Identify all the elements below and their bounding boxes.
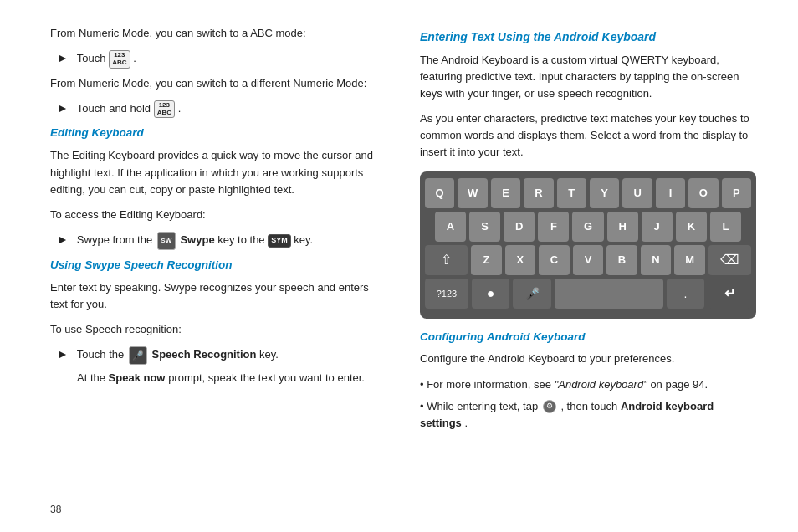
touch-hold-content: Touch and hold 123ABC . xyxy=(77,100,386,119)
key-p[interactable]: P xyxy=(722,178,751,208)
editing-keyboard-p1: The Editing Keyboard provides a quick wa… xyxy=(50,147,386,197)
speech-rec-content: Touch the 🎤 Speech Recognition key. xyxy=(77,346,386,365)
speak-now-bold: Speak now xyxy=(109,371,166,384)
abc-key: 123ABC xyxy=(109,50,130,69)
config-b1-prefix: For more information, see xyxy=(427,378,554,391)
touch-hold-label: Touch and hold xyxy=(77,102,151,115)
key-g[interactable]: G xyxy=(572,212,603,242)
key-enter[interactable]: ↵ xyxy=(708,279,751,309)
speak-now-row: At the Speak now prompt, speak the text … xyxy=(77,371,386,384)
configuring-heading: Configuring Android Keyboard xyxy=(420,329,756,346)
swype-icon: SW xyxy=(157,232,176,250)
key-r[interactable]: R xyxy=(524,178,553,208)
right-column: Entering Text Using the Android Keyboard… xyxy=(420,25,756,437)
key-t[interactable]: T xyxy=(557,178,586,208)
key-f[interactable]: F xyxy=(538,212,569,242)
key-l[interactable]: L xyxy=(710,212,741,242)
speech-rec-label: Speech Recognition xyxy=(151,349,256,361)
key-s[interactable]: S xyxy=(469,212,500,242)
key-a[interactable]: A xyxy=(435,212,466,242)
kb-row-2: A S D F G H J K L xyxy=(425,212,751,242)
key-h[interactable]: H xyxy=(607,212,638,242)
swype-speech-p2: To use Speech recognition: xyxy=(50,321,386,338)
config-b2-suffix: , then touch xyxy=(560,400,621,412)
mic-icon: 🎤 xyxy=(129,346,147,365)
key-w[interactable]: W xyxy=(458,178,487,208)
key-v[interactable]: V xyxy=(573,245,604,275)
arrow-icon-2: ► xyxy=(57,101,69,115)
abc-key-2: 123ABC xyxy=(154,100,175,119)
arrow-icon-4: ► xyxy=(57,347,69,361)
key-c[interactable]: C xyxy=(539,245,570,275)
key-shift[interactable]: ⇧ xyxy=(425,245,468,275)
touch-bullet-row: ► Touch 123ABC . xyxy=(57,50,386,69)
key-q[interactable]: Q xyxy=(425,178,454,208)
swype-suffix: key. xyxy=(294,233,313,246)
left-column: From Numeric Mode, you can switch to a A… xyxy=(50,25,386,437)
settings-circle-icon: ⚙ xyxy=(543,400,556,413)
swype-speech-p1: Enter text by speaking. Swype recognizes… xyxy=(50,279,386,313)
arrow-icon-3: ► xyxy=(57,233,69,246)
touch-hold-bullet-row: ► Touch and hold 123ABC . xyxy=(57,100,386,119)
swype-instruction: key to the xyxy=(217,233,268,246)
config-bullet-2: While entering text, tap ⚙ , then touch … xyxy=(420,398,756,432)
key-u[interactable]: U xyxy=(622,178,652,208)
swype-bullet-row: ► Swype from the SW Swype key to the SYM… xyxy=(57,232,386,250)
key-b[interactable]: B xyxy=(606,245,637,275)
key-d[interactable]: D xyxy=(504,212,535,242)
kb-row-1: Q W E R T Y U I O P xyxy=(425,178,751,208)
touch-bullet-content: Touch 123ABC . xyxy=(77,50,386,69)
config-b1-suffix: on page 94. xyxy=(650,378,708,391)
key-space[interactable] xyxy=(555,279,663,309)
key-n[interactable]: N xyxy=(641,245,672,275)
config-bullet-1: For more information, see "Android keybo… xyxy=(420,376,756,393)
editing-keyboard-heading: Editing Keyboard xyxy=(50,125,386,142)
touch-the: Touch the xyxy=(77,349,127,361)
entering-p1: The Android Keyboard is a custom virtual… xyxy=(420,52,756,102)
key-e[interactable]: E xyxy=(491,178,520,208)
config-b1-italic: "Android keyboard" xyxy=(555,378,647,391)
at-the: At the xyxy=(77,371,109,384)
key-y[interactable]: Y xyxy=(590,178,619,208)
swype-speech-heading: Using Swype Speech Recognition xyxy=(50,257,386,274)
key-mic[interactable]: 🎤 xyxy=(513,279,550,309)
key-sym-circle[interactable]: ● xyxy=(472,279,509,309)
android-keyboard: Q W E R T Y U I O P A S D F G H J K xyxy=(420,171,756,319)
sym-key: SYM xyxy=(268,234,291,248)
key-dot[interactable]: . xyxy=(667,279,704,309)
key-backspace[interactable]: ⌫ xyxy=(708,245,751,275)
key-num[interactable]: ?123 xyxy=(425,279,468,309)
arrow-icon: ► xyxy=(57,51,69,64)
swype-bold: Swype xyxy=(180,233,214,246)
editing-keyboard-p2: To access the Editing Keyboard: xyxy=(50,207,386,223)
key-j[interactable]: J xyxy=(642,212,673,242)
key-o[interactable]: O xyxy=(688,178,718,208)
speech-rec-suffix: key. xyxy=(259,349,279,361)
speak-now-instruction: prompt, speak the text you want to enter… xyxy=(168,371,365,384)
kb-row-3: ⇧ Z X C V B N M ⌫ xyxy=(425,245,751,275)
key-z[interactable]: Z xyxy=(471,245,502,275)
swype-prefix: Swype from the xyxy=(77,233,156,246)
kb-row-4: ?123 ● 🎤 . ↵ xyxy=(425,279,751,309)
speech-rec-bullet-row: ► Touch the 🎤 Speech Recognition key. xyxy=(57,346,386,365)
key-k[interactable]: K xyxy=(676,212,707,242)
config-p1: Configure the Android Keyboard to your p… xyxy=(420,350,756,367)
intro-text-1: From Numeric Mode, you can switch to a A… xyxy=(50,25,386,42)
key-i[interactable]: I xyxy=(656,178,685,208)
key-m[interactable]: M xyxy=(674,245,705,275)
touch-label: Touch xyxy=(77,52,106,64)
swype-content: Swype from the SW Swype key to the SYM k… xyxy=(77,232,386,250)
config-b2-end: . xyxy=(464,417,468,429)
config-b2-prefix: While entering text, tap xyxy=(427,400,541,412)
page-number: 38 xyxy=(50,504,61,515)
key-x[interactable]: X xyxy=(505,245,536,275)
entering-text-heading: Entering Text Using the Android Keyboard xyxy=(420,28,756,47)
entering-p2: As you enter characters, predictive text… xyxy=(420,110,756,161)
intro-text-2: From Numeric Mode, you can switch to a d… xyxy=(50,75,386,92)
